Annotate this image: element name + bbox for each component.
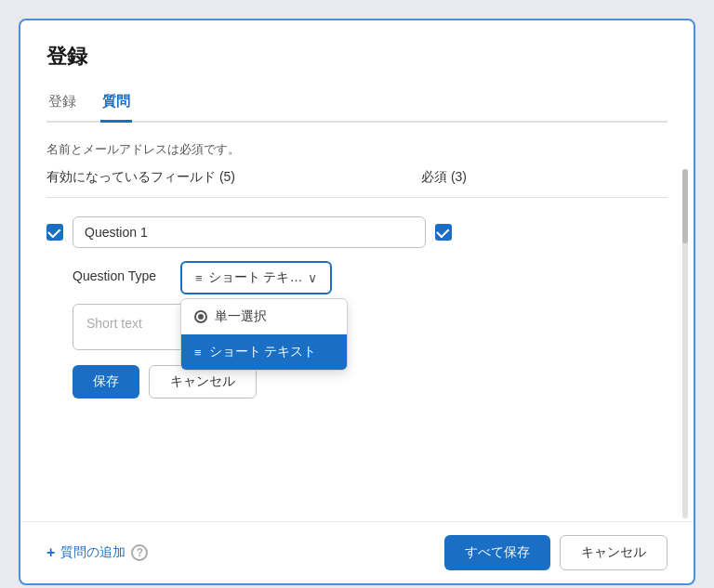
question-header — [46, 216, 668, 248]
preview-placeholder: Short text — [86, 316, 142, 331]
footer-cancel-button[interactable]: キャンセル — [560, 535, 668, 570]
tab-registration[interactable]: 登録 — [46, 85, 78, 123]
question-enabled-checkbox[interactable] — [46, 224, 63, 241]
required-note: 名前とメールアドレスは必須です。 — [46, 141, 668, 158]
question-block: Question Type ≡ ショート テキ… ∨ 単一選択 ≡ — [46, 216, 668, 399]
question-type-label: Question Type — [73, 261, 165, 283]
help-icon[interactable]: ? — [131, 544, 148, 561]
scrollbar-thumb — [682, 169, 688, 243]
question-required-checkbox[interactable] — [435, 224, 452, 241]
tab-questions[interactable]: 質問 — [100, 85, 132, 123]
tabs: 登録 質問 — [46, 85, 668, 123]
field-stats: 有効になっているフィールド (5) 必須 (3) — [46, 169, 668, 198]
add-question-label: 質問の追加 — [60, 544, 126, 561]
window-footer: + 質問の追加 ? すべて保存 キャンセル — [20, 521, 694, 583]
active-fields-label: 有効になっているフィールド (5) — [46, 169, 235, 186]
question-name-input[interactable] — [73, 216, 426, 248]
dropdown-item-short-text-label: ショート テキスト — [209, 344, 317, 360]
footer-right: すべて保存 キャンセル — [444, 535, 668, 570]
main-window: 登録 登録 質問 名前とメールアドレスは必須です。 有効になっているフィールド … — [19, 19, 695, 585]
lines-icon: ≡ — [194, 346, 202, 359]
scrollbar[interactable] — [682, 169, 688, 518]
type-select-wrapper: ≡ ショート テキ… ∨ 単一選択 ≡ ショート テキスト — [180, 261, 332, 294]
type-select-button[interactable]: ≡ ショート テキ… ∨ — [180, 261, 332, 294]
action-buttons: 保存 キャンセル — [73, 365, 668, 399]
add-question-link[interactable]: + 質問の追加 ? — [46, 544, 148, 561]
radio-icon — [194, 310, 207, 323]
save-all-button[interactable]: すべて保存 — [444, 535, 550, 570]
page-title: 登録 — [46, 43, 668, 71]
dropdown-item-single-select-label: 単一選択 — [215, 308, 267, 325]
required-fields-label: 必須 (3) — [421, 169, 467, 186]
type-selected-label: ショート テキ… — [208, 269, 303, 286]
save-button[interactable]: 保存 — [73, 365, 139, 399]
question-type-row: Question Type ≡ ショート テキ… ∨ 単一選択 ≡ — [73, 261, 668, 294]
content-area: 名前とメールアドレスは必須です。 有効になっているフィールド (5) 必須 (3… — [20, 123, 694, 521]
type-lines-icon: ≡ — [195, 271, 203, 285]
chevron-down-icon: ∨ — [308, 270, 317, 285]
dropdown-item-single-select[interactable]: 単一選択 — [181, 299, 347, 334]
type-dropdown-menu: 単一選択 ≡ ショート テキスト — [180, 298, 348, 371]
dropdown-item-short-text[interactable]: ≡ ショート テキスト — [181, 334, 347, 370]
preview-area: Short text — [73, 304, 668, 350]
plus-icon: + — [46, 544, 55, 561]
window-header: 登録 登録 質問 — [20, 20, 694, 123]
